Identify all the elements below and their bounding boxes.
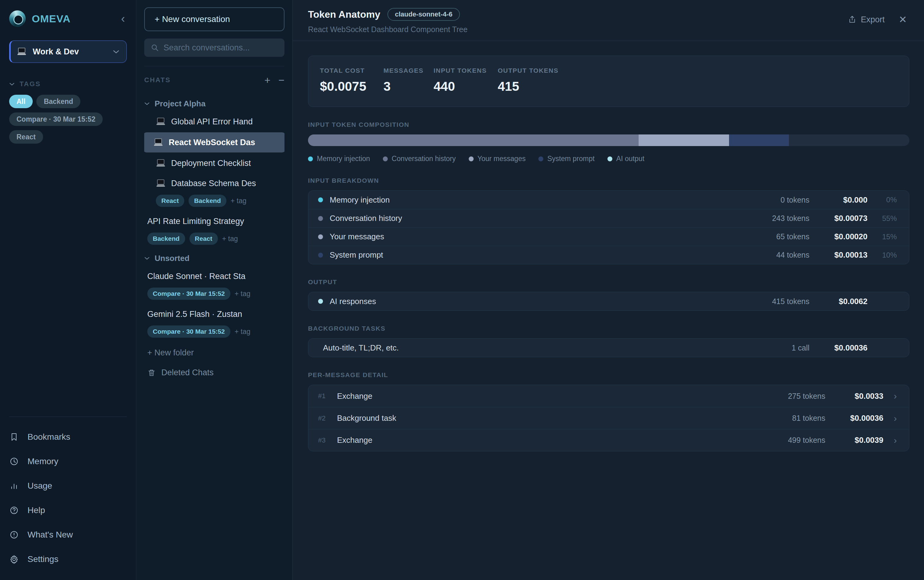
export-button[interactable]: Export: [848, 15, 884, 25]
add-tag-button[interactable]: + tag: [231, 197, 247, 205]
model-badge: claude-sonnet-4-6: [387, 8, 460, 21]
background-tasks-section: BACKGROUND TASKS Auto-title, TL;DR, etc.…: [308, 325, 909, 357]
chat-title: Claude Sonnet · React Sta: [147, 272, 245, 281]
chat-tag[interactable]: React: [189, 232, 218, 245]
search-conversations[interactable]: [144, 38, 285, 57]
row-label: Conversation history: [330, 214, 402, 223]
row-tokens: 81 tokens: [792, 414, 825, 423]
collapse-chats-icon[interactable]: −: [278, 75, 285, 85]
chat-tag[interactable]: Compare · 30 Mar 15:52: [147, 288, 231, 300]
background-task-row: Auto-title, TL;DR, etc. 1 call $0.00036: [308, 339, 909, 357]
legend-label: Memory injection: [317, 155, 370, 163]
tag-filter-all[interactable]: All: [9, 95, 33, 108]
chats-header-label: CHATS: [144, 76, 171, 84]
laptop-icon: [156, 117, 166, 126]
chevron-down-icon: [144, 102, 150, 105]
sidebar-item-whats-new[interactable]: What's New: [9, 522, 127, 547]
collapse-sidebar-icon[interactable]: ‹: [119, 13, 127, 25]
search-icon: [151, 43, 158, 52]
tags-section-header[interactable]: TAGS: [9, 80, 127, 88]
message-index: #2: [318, 414, 332, 422]
brand-row: OMEVA ‹: [9, 10, 127, 27]
message-row-2[interactable]: #2 Background task 81 tokens $0.00036 ›: [308, 407, 909, 429]
category-dot: [318, 198, 323, 202]
close-icon[interactable]: ✕: [899, 14, 907, 25]
stat-value: 440: [433, 79, 498, 94]
trash-icon: [147, 369, 156, 377]
chevron-down-icon: [9, 82, 15, 86]
folder-unsorted[interactable]: Unsorted: [144, 250, 285, 266]
category-dot: [318, 253, 323, 258]
row-cost: $0.0039: [825, 435, 883, 445]
row-tokens: 44 tokens: [776, 250, 809, 259]
add-tag-button[interactable]: + tag: [235, 290, 250, 298]
chat-tags-row: React Backend + tag: [144, 193, 285, 208]
section-label: BACKGROUND TASKS: [308, 325, 909, 332]
tag-filter-react[interactable]: React: [9, 130, 43, 143]
legend-dot: [608, 157, 612, 161]
sidebar-item-settings[interactable]: Settings: [9, 547, 127, 572]
message-row-1[interactable]: #1 Exchange 275 tokens $0.0033 ›: [308, 385, 909, 407]
chat-item-database-schema[interactable]: Database Schema Des: [144, 173, 285, 193]
bar-segment-your-messages: [639, 135, 729, 146]
breakdown-row-memory-injection: Memory injection 0 tokens $0.000 0%: [308, 191, 909, 209]
sidebar-item-usage[interactable]: Usage: [9, 474, 127, 498]
tags-header-label: TAGS: [20, 80, 41, 88]
chat-tag[interactable]: React: [156, 194, 184, 207]
breakdown-row-system-prompt: System prompt 44 tokens $0.00013 10%: [308, 246, 909, 264]
new-folder-button[interactable]: + New folder: [144, 348, 285, 358]
message-label: Background task: [337, 414, 396, 423]
add-tag-button[interactable]: + tag: [222, 235, 238, 243]
chat-tag[interactable]: Backend: [189, 194, 226, 207]
workspace-selector[interactable]: Work & Dev: [9, 40, 127, 63]
laptop-icon: [156, 179, 166, 188]
bookmark-icon: [9, 432, 19, 442]
nav-label: What's New: [28, 530, 73, 540]
panel-header-actions: Export ✕: [848, 10, 907, 29]
whats-new-icon: [9, 530, 19, 540]
chat-tag[interactable]: Backend: [147, 232, 185, 245]
row-label: Your messages: [330, 232, 384, 241]
row-label: Auto-title, TL;DR, etc.: [323, 343, 399, 353]
folder-name: Project Alpha: [155, 99, 206, 109]
chat-item-claude-sonnet-react[interactable]: Claude Sonnet · React Sta: [144, 266, 285, 286]
chat-item-react-websocket[interactable]: React WebSocket Das: [144, 132, 285, 153]
chat-title: Deployment Checklist: [171, 158, 251, 168]
breakdown-row-conversation-history: Conversation history 243 tokens $0.00073…: [308, 209, 909, 227]
conversation-panel: + New conversation CHATS + − Project Alp…: [136, 0, 293, 580]
stat-label: OUTPUT TOKENS: [498, 67, 558, 74]
sidebar-item-help[interactable]: Help: [9, 498, 127, 522]
token-composition-bar: [308, 135, 909, 146]
tag-filter-compare[interactable]: Compare · 30 Mar 15:52: [9, 112, 103, 126]
chat-tag[interactable]: Compare · 30 Mar 15:52: [147, 325, 231, 338]
sidebar-item-bookmarks[interactable]: Bookmarks: [9, 425, 127, 449]
row-tokens: 243 tokens: [772, 214, 809, 223]
row-cost: $0.00013: [809, 250, 868, 260]
chats-tree: Project Alpha Global API Error Hand Reac…: [144, 96, 285, 377]
message-row-3[interactable]: #3 Exchange 499 tokens $0.0039 ›: [308, 429, 909, 451]
chevron-right-icon: ›: [883, 391, 897, 401]
deleted-chats-button[interactable]: Deleted Chats: [144, 368, 285, 377]
nav-label: Help: [28, 506, 45, 515]
stat-messages: MESSAGES 3: [384, 67, 433, 94]
sidebar-item-memory[interactable]: Memory: [9, 449, 127, 474]
add-chat-icon[interactable]: +: [264, 75, 270, 85]
folder-project-alpha[interactable]: Project Alpha: [144, 96, 285, 112]
sidebar-bottom-nav: Bookmarks Memory Usage Help: [9, 417, 127, 572]
search-input[interactable]: [163, 43, 278, 53]
per-message-detail-section: PER-MESSAGE DETAIL #1 Exchange 275 token…: [308, 371, 909, 451]
chat-item-gemini-flash-zustand[interactable]: Gemini 2.5 Flash · Zustan: [144, 304, 285, 324]
chat-item-deployment-checklist[interactable]: Deployment Checklist: [144, 153, 285, 173]
row-call-count: 1 call: [792, 343, 809, 353]
chat-item-api-rate-limiting[interactable]: API Rate Limiting Strategy: [144, 211, 285, 231]
output-section: OUTPUT AI responses 415 tokens $0.0062: [308, 278, 909, 311]
stat-output-tokens: OUTPUT TOKENS 415: [498, 67, 558, 94]
output-card: AI responses 415 tokens $0.0062: [308, 292, 909, 311]
chats-header: CHATS + −: [144, 75, 285, 85]
legend-item-conversation-history: Conversation history: [383, 155, 456, 163]
chat-item-global-api-error[interactable]: Global API Error Hand: [144, 112, 285, 132]
new-conversation-button[interactable]: + New conversation: [144, 7, 285, 31]
stat-value: 415: [498, 79, 558, 94]
tag-filter-backend[interactable]: Backend: [36, 95, 81, 108]
add-tag-button[interactable]: + tag: [235, 328, 250, 336]
